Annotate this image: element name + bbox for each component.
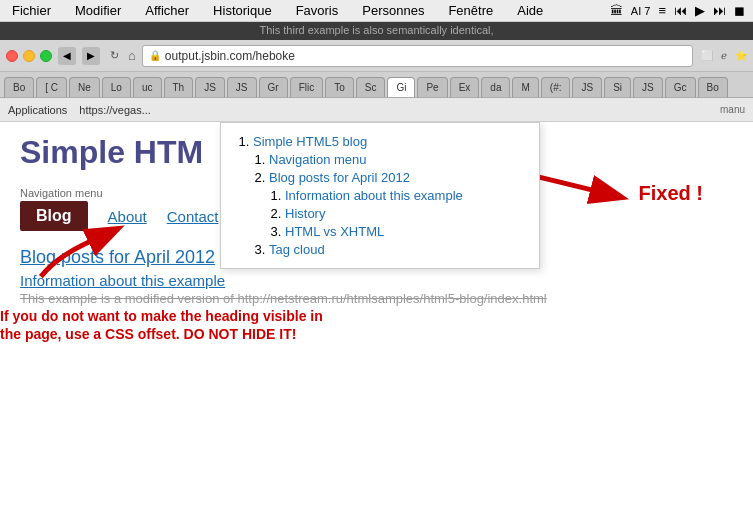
traffic-lights [6, 50, 52, 62]
tab-13[interactable]: Pe [417, 77, 447, 97]
tab-10[interactable]: To [325, 77, 354, 97]
tab-16[interactable]: M [512, 77, 538, 97]
toc-item-1: Simple HTML5 blog Navigation menu Blog p… [253, 134, 523, 257]
close-window-button[interactable] [6, 50, 18, 62]
tab-1[interactable]: [ C [36, 77, 67, 97]
toc-link-title[interactable]: Simple HTML5 blog [253, 134, 367, 149]
browser-icon-3: ⭐ [735, 50, 747, 61]
toc-list: Simple HTML5 blog Navigation menu Blog p… [253, 134, 523, 257]
ai7-badge: AI 7 [631, 5, 651, 17]
refresh-button[interactable]: ↻ [106, 48, 122, 64]
tab-21[interactable]: Gc [665, 77, 696, 97]
museum-icon: 🏛 [610, 3, 623, 18]
address-bar[interactable]: 🔒 output.jsbin.com/heboke [142, 45, 693, 67]
menu-fichier[interactable]: Fichier [8, 1, 55, 20]
nav-contact-link[interactable]: Contact [167, 208, 219, 225]
bookmark-apps[interactable]: Applications [8, 104, 67, 116]
menu-historique[interactable]: Historique [209, 1, 276, 20]
lock-icon: 🔒 [149, 50, 161, 61]
minimize-window-button[interactable] [23, 50, 35, 62]
tab-18[interactable]: JS [572, 77, 602, 97]
menu-afficher[interactable]: Afficher [141, 1, 193, 20]
next-icon[interactable]: ⏭ [713, 3, 726, 18]
bookmark-vegas[interactable]: https://vegas... [79, 104, 151, 116]
play-icon[interactable]: ▶ [695, 3, 705, 18]
tab-12[interactable]: Gi [387, 77, 415, 97]
tab-19[interactable]: Si [604, 77, 631, 97]
menu-modifier[interactable]: Modifier [71, 1, 125, 20]
address-text: output.jsbin.com/heboke [165, 49, 295, 63]
browser-chrome: ◀ ▶ ↻ ⌂ 🔒 output.jsbin.com/heboke ⬜ ℯ ⭐ [0, 40, 753, 72]
tab-7[interactable]: JS [227, 77, 257, 97]
blog-sub-heading[interactable]: Information about this example [20, 272, 733, 289]
tab-4[interactable]: uc [133, 77, 162, 97]
toc-link-info[interactable]: Information about this example [285, 188, 463, 203]
nav-about-link[interactable]: About [108, 208, 147, 225]
top-banner: This third example is also semantically … [0, 22, 753, 40]
menu-personnes[interactable]: Personnes [358, 1, 428, 20]
menu-bar: Fichier Modifier Afficher Historique Fav… [0, 0, 753, 22]
tab-17[interactable]: (#: [541, 77, 571, 97]
tabs-bar: Bo [ C Ne Lo uc Th JS JS Gr Flic To Sc G… [0, 72, 753, 98]
description-text: This example is a modified version of ht… [20, 291, 733, 306]
stop-icon[interactable]: ◼ [734, 3, 745, 18]
tab-15[interactable]: da [481, 77, 510, 97]
prev-icon[interactable]: ⏮ [674, 3, 687, 18]
nav-blog-button[interactable]: Blog [20, 201, 88, 231]
toc-link-tagcloud[interactable]: Tag cloud [269, 242, 325, 257]
toc-link-history[interactable]: History [285, 206, 325, 221]
tab-3[interactable]: Lo [102, 77, 131, 97]
tab-2[interactable]: Ne [69, 77, 100, 97]
toc-item-blog: Blog posts for April 2012 Information ab… [269, 170, 523, 239]
annotation-warning: If you do not want to make the heading v… [0, 307, 340, 343]
bookmark-right-text: manu [720, 104, 745, 115]
tab-11[interactable]: Sc [356, 77, 386, 97]
tab-0[interactable]: Bo [4, 77, 34, 97]
bookmarks-bar: Applications https://vegas... manu [0, 98, 753, 122]
menu-favoris[interactable]: Favoris [292, 1, 343, 20]
tab-5[interactable]: Th [164, 77, 194, 97]
tab-22[interactable]: Bo [698, 77, 728, 97]
tab-6[interactable]: JS [195, 77, 225, 97]
toc-link-nav[interactable]: Navigation menu [269, 152, 367, 167]
tab-8[interactable]: Gr [259, 77, 288, 97]
toc-link-html[interactable]: HTML vs XHTML [285, 224, 384, 239]
menu-icon: ≡ [658, 3, 666, 18]
tab-9[interactable]: Flic [290, 77, 324, 97]
menu-fenetre[interactable]: Fenêtre [444, 1, 497, 20]
back-button[interactable]: ◀ [58, 47, 76, 65]
menu-aide[interactable]: Aide [513, 1, 547, 20]
maximize-window-button[interactable] [40, 50, 52, 62]
menu-right-icons: 🏛 AI 7 ≡ ⏮ ▶ ⏭ ◼ [610, 3, 745, 18]
home-button[interactable]: ⌂ [128, 48, 136, 63]
page-content: Simple HTM Navigation menu Blog About Co… [0, 122, 753, 511]
tab-20[interactable]: JS [633, 77, 663, 97]
forward-button[interactable]: ▶ [82, 47, 100, 65]
tab-14[interactable]: Ex [450, 77, 480, 97]
toc-link-blog[interactable]: Blog posts for April 2012 [269, 170, 410, 185]
fixed-label: Fixed ! [639, 182, 703, 205]
browser-icon-2: ℯ [721, 50, 727, 61]
toc-dropdown: Simple HTML5 blog Navigation menu Blog p… [220, 122, 540, 269]
browser-icon-1: ⬜ [701, 50, 713, 61]
